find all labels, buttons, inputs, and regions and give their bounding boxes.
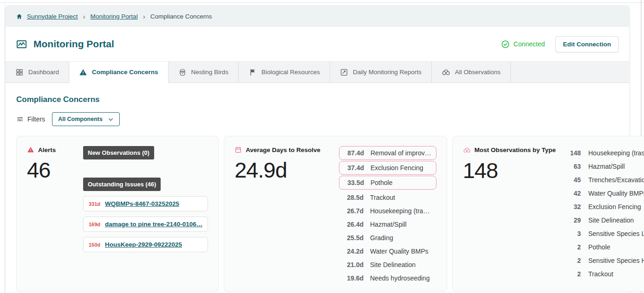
binoculars-icon (442, 68, 450, 76)
observation-type-row: 42Water Quality BMPs (562, 186, 644, 200)
tab-label: Compliance Concerns (92, 69, 158, 76)
breadcrumb: Sunnydale Project › Monitoring Portal › … (6, 6, 629, 27)
summary-cards: Alerts 46 New Observations (0) Outstandi… (16, 136, 619, 292)
observation-type-row: 148Housekeeping (trash,… (562, 146, 644, 159)
observations-type-list: 148Housekeeping (trash,… 63Hazmat/Spill … (562, 146, 644, 281)
tab-biological-resources[interactable]: Biological Resources (239, 62, 330, 83)
alert-triangle-icon (27, 146, 34, 153)
average-days-value: 24.9d (234, 157, 320, 183)
breadcrumb-separator: › (82, 13, 86, 20)
tab-dashboard[interactable]: Dashboard (6, 62, 69, 83)
alerts-count: 46 (27, 157, 76, 183)
main-content: Compliance Concerns Filters All Componen… (6, 83, 629, 293)
resolve-row: 19.6dNeeds hydroseeding (339, 271, 436, 285)
alert-link[interactable]: HousKeep-2929-09222025 (105, 241, 182, 248)
alert-link[interactable]: WQBMPs-8467-03252025 (105, 200, 179, 207)
alerts-card: Alerts 46 New Observations (0) Outstandi… (16, 136, 219, 292)
observation-type-row: 2Trackout (562, 267, 644, 280)
most-observations-card-title: Most Observations by Type (475, 146, 556, 153)
alert-item[interactable]: 169d damage to pine tree-2140-0106… (83, 217, 208, 232)
outstanding-issues-badge: Outstanding Issues (46) (83, 178, 161, 191)
filter-sliders-icon (16, 115, 24, 123)
resolve-time-list: 87.4dRemoval of improv… 37.4dExclusion F… (339, 146, 436, 281)
dashboard-grid-icon (15, 68, 24, 76)
observation-type-row: 29Site Delineation (562, 213, 644, 227)
resolve-row: 28.5dTrackout (339, 191, 436, 204)
resolve-row: 87.4dRemoval of improv… (339, 146, 436, 160)
home-icon[interactable] (16, 13, 23, 20)
component-filter-value: All Components (58, 116, 103, 122)
binoculars-icon (463, 146, 471, 154)
average-days-card-title: Average Days to Resolve (246, 146, 320, 153)
tab-daily-monitoring-reports[interactable]: Daily Monitoring Reports (330, 62, 432, 83)
alert-age: 331d (89, 201, 100, 207)
observation-type-row: 2Pothole (562, 240, 644, 254)
filters-row: Filters All Components (16, 112, 619, 126)
filters-label: Filters (16, 115, 45, 123)
tab-label: Nesting Birds (191, 69, 228, 76)
tab-label: Biological Resources (261, 69, 320, 76)
average-days-card: Average Days to Resolve 24.9d 87.4dRemov… (224, 136, 447, 292)
resolve-row: 26.7dHousekeeping (tra… (339, 204, 436, 217)
tab-label: Daily Monitoring Reports (353, 69, 422, 76)
breadcrumb-link-project[interactable]: Sunnydale Project (27, 13, 78, 20)
component-filter-dropdown[interactable]: All Components (52, 112, 120, 126)
owl-icon (178, 68, 187, 76)
tab-nesting-birds[interactable]: Nesting Birds (169, 62, 239, 83)
tab-bar: Dashboard Compliance Concerns Nesting Bi… (6, 62, 629, 83)
most-observations-value: 148 (463, 158, 556, 183)
alerts-card-title: Alerts (38, 146, 56, 153)
alert-list: 331d WQBMPs-8467-03252025 169d damage to… (83, 196, 208, 252)
alert-item[interactable]: 331d WQBMPs-8467-03252025 (83, 196, 208, 211)
tab-all-observations[interactable]: All Observations (432, 62, 511, 83)
resolve-row: 26.4dHazmat/Spill (339, 217, 436, 231)
check-circle-icon (501, 40, 510, 49)
tab-label: Dashboard (28, 69, 59, 76)
app-container: Sunnydale Project › Monitoring Portal › … (6, 6, 629, 293)
observation-type-row: 63Hazmat/Spill (562, 159, 644, 173)
new-observations-badge: New Observations (0) (83, 146, 154, 159)
observation-type-row: 3Sensitive Species Lo… (562, 227, 644, 240)
edit-connection-button[interactable]: Edit Connection (555, 36, 619, 52)
page-title: Compliance Concerns (16, 95, 619, 104)
window-left-edge (5, 2, 5, 293)
resolve-row: 33.5dPothole (339, 176, 436, 190)
breadcrumb-separator: › (142, 13, 146, 20)
chevron-down-icon (108, 116, 114, 122)
breadcrumb-current: Compliance Concerns (150, 13, 212, 20)
resolve-row: 24.2dWater Quality BMPs (339, 244, 436, 258)
connection-status-label: Connected (514, 40, 545, 48)
most-observations-card: Most Observations by Type 148 148Houseke… (452, 136, 644, 292)
filters-label-text: Filters (27, 115, 45, 123)
observation-type-row: 2Sensitive Species Ha… (562, 254, 644, 267)
monitoring-pulse-icon (16, 38, 27, 50)
observation-type-row: 45Trenches/Excavation… (562, 173, 644, 186)
alert-age: 169d (89, 222, 100, 227)
resolve-row: 25.5dGrading (339, 231, 436, 244)
breadcrumb-link-portal[interactable]: Monitoring Portal (91, 13, 138, 20)
warning-triangle-icon (79, 68, 87, 76)
portal-header: Monitoring Portal Connected Edit Connect… (6, 27, 629, 62)
alert-item[interactable]: 150d HousKeep-2929-09222025 (83, 237, 208, 252)
resolve-row: 21.0dSite Delineation (339, 258, 436, 271)
alert-link[interactable]: damage to pine tree-2140-0106… (105, 221, 202, 228)
chart-report-icon (340, 68, 348, 76)
window-top-edge (0, 2, 644, 3)
portal-title: Monitoring Portal (33, 38, 114, 50)
tab-label: All Observations (455, 69, 501, 76)
tab-compliance-concerns[interactable]: Compliance Concerns (69, 62, 169, 83)
observation-type-row: 32Exclusion Fencing (562, 200, 644, 213)
alert-age: 150d (89, 242, 100, 248)
flag-icon (248, 68, 257, 76)
connection-status: Connected (501, 40, 545, 49)
resolve-row: 37.4dExclusion Fencing (339, 161, 436, 175)
calendar-icon (234, 146, 242, 153)
